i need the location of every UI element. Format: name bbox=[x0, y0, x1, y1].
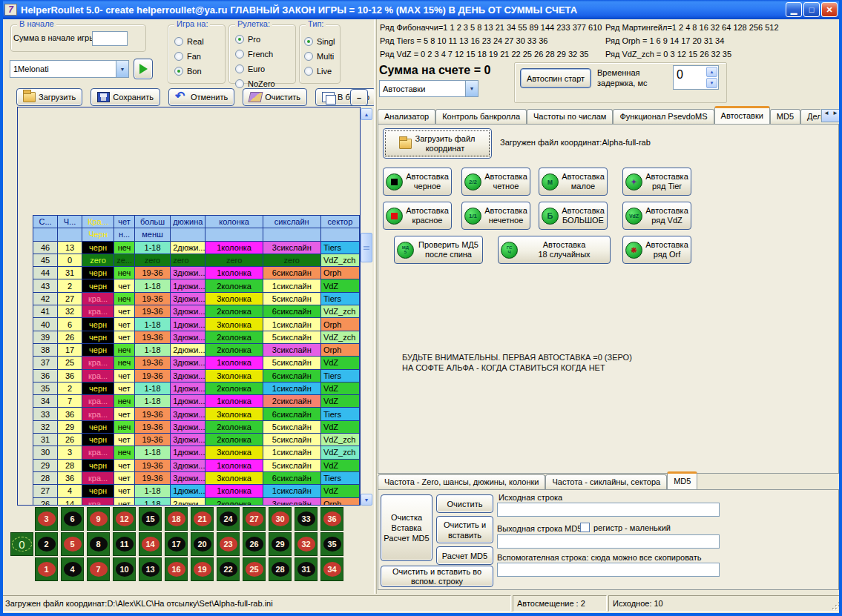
board-number-21[interactable]: 21 bbox=[191, 507, 214, 531]
minimize-button[interactable]: ▁ bbox=[786, 2, 802, 17]
board-number-34[interactable]: 34 bbox=[320, 557, 343, 581]
tab-частота-сиклайны-сектора[interactable]: Частота - сиклайны, сектора bbox=[545, 474, 667, 490]
radio-euro[interactable]: Euro bbox=[235, 62, 275, 76]
column-header[interactable]: дюжина bbox=[171, 216, 205, 228]
maximize-button[interactable]: □ bbox=[803, 2, 820, 17]
очистить-button[interactable]: Очистить bbox=[243, 88, 307, 106]
radio-real[interactable]: Real bbox=[174, 34, 204, 49]
board-number-3[interactable]: 3 bbox=[35, 507, 58, 531]
board-number-26[interactable]: 26 bbox=[243, 532, 266, 556]
board-zero-cell[interactable]: 0 bbox=[10, 532, 33, 556]
table-row[interactable]: 3126чернчет19-363дюжи...2колонка5сикслай… bbox=[33, 434, 360, 446]
board-number-13[interactable]: 13 bbox=[139, 557, 162, 581]
radio-fan[interactable]: Fan bbox=[174, 49, 204, 64]
board-number-36[interactable]: 36 bbox=[320, 507, 343, 531]
table-row[interactable]: 3636кра...чет19-363дюжи...3колонка6сиксл… bbox=[33, 369, 360, 382]
board-number-10[interactable]: 10 bbox=[113, 557, 136, 581]
board-number-12[interactable]: 12 bbox=[113, 507, 136, 531]
board-number-19[interactable]: 19 bbox=[191, 557, 214, 581]
table-row[interactable]: 406чернчет1-181дюжи...3колонка1сикслайнO… bbox=[33, 318, 360, 331]
table-row[interactable]: 4431черннеч19-363дюжи...1колонка6сикслай… bbox=[33, 267, 360, 279]
table-row[interactable]: 4132кра...чет19-363дюжи...2колонка6сиксл… bbox=[33, 305, 360, 318]
close-button[interactable]: ✕ bbox=[821, 2, 838, 17]
delay-spinner[interactable]: 0 ▲ ▼ bbox=[673, 65, 719, 90]
column-header[interactable] bbox=[33, 228, 58, 241]
spinner-up-icon[interactable]: ▲ bbox=[706, 67, 717, 77]
mode-combo[interactable]: Автоставки ▼ bbox=[379, 80, 478, 97]
bet-button-ряд-orf[interactable]: ❋Автоставкаряд Orf bbox=[622, 236, 691, 264]
column-header[interactable]: Ч... bbox=[58, 216, 82, 228]
column-header[interactable]: сектор bbox=[320, 216, 359, 228]
board-number-2[interactable]: 2 bbox=[35, 532, 58, 556]
md5-out-input[interactable] bbox=[497, 534, 720, 549]
table-row[interactable]: 2928чернчет19-363дюжи...1колонка5сикслай… bbox=[33, 459, 360, 471]
board-number-11[interactable]: 11 bbox=[113, 532, 136, 556]
collapse-table-button[interactable]: – bbox=[350, 89, 368, 106]
board-number-14[interactable]: 14 bbox=[139, 532, 162, 556]
md5-clear-paste-calc-button[interactable]: Очистка Вставка Расчет MD5 bbox=[381, 494, 432, 561]
radio-live[interactable]: Live bbox=[304, 64, 335, 79]
tab-автоставки[interactable]: Автоставки bbox=[714, 106, 770, 125]
table-row[interactable]: 3817черннеч1-182дюжи...2колонка3сикслайн… bbox=[33, 343, 360, 356]
table-row[interactable]: 2836кра...чет19-363дюжи...3колонка6сиксл… bbox=[33, 471, 360, 484]
chevron-down-icon[interactable]: ▼ bbox=[465, 81, 478, 96]
table-row[interactable]: 450zeroze...zerozerozerozeroVdZ_zch bbox=[33, 254, 360, 266]
bet-button-малое[interactable]: мАвтоставкамалое bbox=[539, 168, 608, 196]
md5-clear-button[interactable]: Очистить bbox=[436, 494, 493, 513]
board-number-25[interactable]: 25 bbox=[243, 557, 266, 581]
table-row[interactable]: 3926чернчет19-363дюжи...2колонка5сикслай… bbox=[33, 331, 360, 343]
table-row[interactable]: 3725кра...неч19-363дюжи...1колонка5сиксл… bbox=[33, 357, 360, 369]
column-header[interactable]: чет bbox=[114, 216, 135, 228]
scrollbar-thumb[interactable] bbox=[361, 233, 372, 262]
tab-scroll-right-icon[interactable]: ► bbox=[831, 110, 840, 122]
spinner-down-icon[interactable]: ▼ bbox=[706, 78, 717, 88]
md5-source-input[interactable] bbox=[497, 503, 720, 517]
board-number-23[interactable]: 23 bbox=[217, 532, 240, 556]
загрузить-button[interactable]: Загрузить bbox=[16, 88, 82, 106]
radio-multi[interactable]: Multi bbox=[304, 49, 335, 64]
scroll-down-icon[interactable]: ▼ bbox=[361, 494, 372, 506]
tab-md5[interactable]: MD5 bbox=[667, 471, 697, 490]
column-header[interactable]: больш bbox=[134, 216, 170, 228]
tab-делени[interactable]: Делени bbox=[800, 109, 820, 125]
board-number-24[interactable]: 24 bbox=[217, 507, 240, 531]
title-bar[interactable]: 7 HelperRoullet 5.0- create helperroulle… bbox=[0, 0, 842, 19]
start-play-button[interactable] bbox=[134, 59, 153, 79]
column-header[interactable] bbox=[205, 228, 263, 241]
bet-button-ряд-vdz[interactable]: VdZАвтоставкаряд VdZ bbox=[622, 202, 691, 230]
tab-scroll-left-icon[interactable]: ◄ bbox=[822, 110, 831, 122]
table-row[interactable]: 2614кра...чет1-182дюжи...2колонка3сиксла… bbox=[33, 497, 360, 506]
load-coords-button[interactable]: Загрузить файлкоординат bbox=[383, 128, 492, 159]
сохранить-button[interactable]: Сохранить bbox=[91, 88, 160, 106]
table-row[interactable]: 432чернчет1-181дюжи...2колонка1сикслайнV… bbox=[33, 279, 360, 292]
board-number-33[interactable]: 33 bbox=[295, 507, 318, 531]
radio-bon[interactable]: Bon bbox=[174, 64, 204, 79]
board-number-20[interactable]: 20 bbox=[191, 532, 214, 556]
table-row[interactable]: 3336кра...чет19-363дюжи...3колонка6сиксл… bbox=[33, 408, 360, 420]
board-number-31[interactable]: 31 bbox=[295, 557, 318, 581]
board-number-1[interactable]: 1 bbox=[35, 557, 58, 581]
board-number-22[interactable]: 22 bbox=[217, 557, 240, 581]
table-row[interactable]: 303кра...неч1-181дюжи...3колонка1сикслай… bbox=[33, 446, 360, 459]
board-number-35[interactable]: 35 bbox=[320, 532, 343, 556]
table-row[interactable]: 274чернчет1-181дюжи...1колонка1сикслайнV… bbox=[33, 485, 360, 497]
resize-grip[interactable] bbox=[832, 602, 842, 612]
board-number-8[interactable]: 8 bbox=[87, 532, 110, 556]
bet-button-после-спина[interactable]: МД5Проверить МД5после спина bbox=[394, 236, 483, 264]
board-number-30[interactable]: 30 bbox=[269, 507, 292, 531]
board-number-27[interactable]: 27 bbox=[243, 507, 266, 531]
tab-контроль-банкролла[interactable]: Контроль банкролла bbox=[435, 109, 527, 125]
column-header[interactable] bbox=[320, 228, 359, 241]
column-header[interactable]: н... bbox=[114, 228, 135, 241]
bet-button-черное[interactable]: Автоставкачерное bbox=[383, 168, 452, 196]
radio-singl[interactable]: Singl bbox=[304, 34, 335, 49]
table-row[interactable]: 4613черннеч1-182дюжи...1колонка3сикслайн… bbox=[33, 241, 360, 254]
md5-aux-input[interactable] bbox=[497, 563, 720, 577]
column-header[interactable]: менш bbox=[134, 228, 170, 241]
column-header[interactable] bbox=[58, 228, 82, 241]
board-number-5[interactable]: 5 bbox=[61, 532, 84, 556]
radio-french[interactable]: French bbox=[235, 47, 275, 62]
bet-button-красное[interactable]: Автоставкакрасное bbox=[383, 202, 452, 230]
board-number-32[interactable]: 32 bbox=[295, 532, 318, 556]
column-header[interactable] bbox=[171, 228, 205, 241]
